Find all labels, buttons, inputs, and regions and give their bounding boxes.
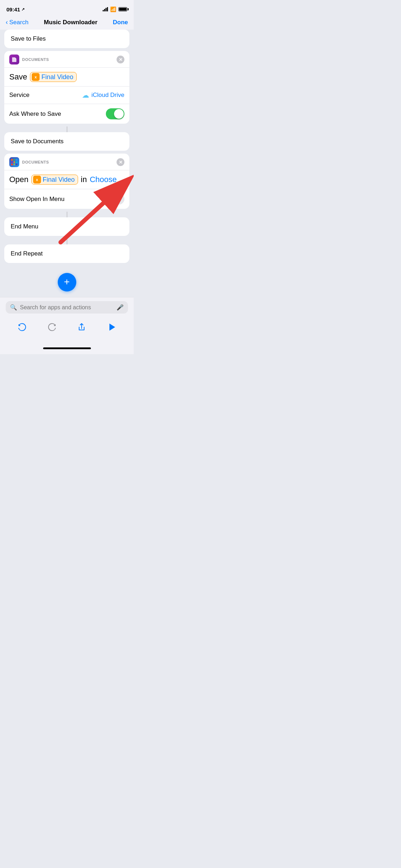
close-button-1[interactable]: ✕ [117, 56, 124, 63]
connector-2 [67, 212, 67, 217]
documents-card-save-body: Save x Final Video [4, 68, 129, 86]
documents-card-save-header: DOCUMENTS ✕ [4, 51, 129, 68]
end-menu-card: End Menu [4, 217, 129, 236]
nav-bar: ‹ Search Music Downloader Done [0, 16, 134, 30]
save-to-files-title: Save to Files [11, 35, 46, 42]
end-menu-title: End Menu [11, 223, 38, 230]
variable-icon-2: x [33, 176, 41, 184]
add-button-container: + [4, 266, 129, 297]
plus-icon: + [64, 277, 70, 287]
search-bar: 🔍 🎤 [6, 301, 128, 314]
end-repeat-card: End Repeat [4, 244, 129, 263]
ask-where-label: Ask Where to Save [9, 110, 61, 118]
share-icon [77, 322, 87, 332]
ask-where-row: Ask Where to Save [4, 104, 129, 124]
add-button[interactable]: + [58, 273, 76, 291]
documents-card-open: DOCUMENTS ✕ Open x Final Video in Choose… [4, 154, 129, 209]
share-button[interactable] [74, 319, 89, 335]
final-video-chip-2[interactable]: x Final Video [31, 175, 78, 185]
service-label: Service [9, 92, 30, 99]
close-button-2[interactable]: ✕ [117, 158, 124, 166]
show-open-label: Show Open In Menu [9, 196, 65, 203]
save-action-word: Save [9, 72, 27, 82]
show-open-row: Show Open In Menu [4, 189, 129, 209]
save-to-files-card: Save to Files [4, 30, 129, 48]
microphone-icon[interactable]: 🎤 [117, 304, 124, 311]
documents-icon-purple [9, 55, 19, 64]
signal-icon [103, 7, 108, 11]
toggle-thumb-1 [114, 109, 124, 119]
home-bar [43, 347, 91, 349]
connector-1 [67, 126, 67, 132]
main-content: Save to Files DOCUMENTS ✕ Save x Fina [0, 30, 134, 297]
chevron-left-icon: ‹ [6, 19, 8, 26]
service-value[interactable]: ☁ iCloud Drive [82, 91, 124, 99]
documents-label-2: DOCUMENTS [22, 160, 49, 164]
back-button[interactable]: ‹ Search [6, 19, 29, 26]
play-icon [107, 322, 117, 332]
documents-card-save: DOCUMENTS ✕ Save x Final Video Service ☁… [4, 51, 129, 124]
svg-marker-1 [109, 324, 115, 331]
redo-icon [47, 322, 57, 332]
wifi-icon: 📶 [110, 6, 116, 12]
documents-label-1: DOCUMENTS [22, 57, 49, 62]
choose-button[interactable]: Choose [90, 175, 117, 184]
save-to-documents-title: Save to Documents [11, 138, 63, 145]
page-title: Music Downloader [44, 19, 97, 26]
show-open-toggle[interactable] [106, 193, 124, 205]
search-icon: 🔍 [10, 304, 17, 311]
in-word: in [81, 175, 87, 184]
redo-button[interactable] [44, 319, 60, 335]
documents-card-open-header: DOCUMENTS ✕ [4, 154, 129, 170]
location-icon: ↗ [21, 7, 25, 12]
undo-button[interactable] [14, 319, 30, 335]
icloud-icon: ☁ [82, 91, 89, 99]
status-bar: 09:41 ↗ 📶 [0, 0, 134, 16]
documents-card-open-body: Open x Final Video in Choose [4, 170, 129, 189]
save-to-documents-card: Save to Documents [4, 132, 129, 151]
toggle-thumb-2 [107, 194, 116, 204]
status-icons: 📶 [103, 6, 127, 12]
home-indicator [0, 342, 134, 354]
search-input[interactable] [20, 304, 114, 311]
done-button[interactable]: Done [113, 19, 128, 26]
undo-icon [17, 322, 27, 332]
bottom-toolbar [0, 316, 134, 342]
bottom-search-area: 🔍 🎤 [0, 297, 134, 316]
final-video-chip-1[interactable]: x Final Video [30, 72, 77, 82]
variable-icon-1: x [32, 73, 40, 81]
ask-where-toggle[interactable] [106, 108, 124, 119]
variable-text-2: Final Video [43, 176, 75, 184]
back-label: Search [9, 19, 29, 26]
service-row: Service ☁ iCloud Drive [4, 86, 129, 104]
status-time: 09:41 ↗ [6, 6, 25, 12]
open-action-word: Open [9, 175, 29, 184]
documents-icon-grid [9, 157, 19, 167]
battery-icon [118, 7, 127, 11]
connector-3 [67, 239, 67, 244]
end-repeat-title: End Repeat [11, 250, 43, 257]
play-button[interactable] [104, 319, 119, 335]
variable-text-1: Final Video [41, 73, 73, 81]
